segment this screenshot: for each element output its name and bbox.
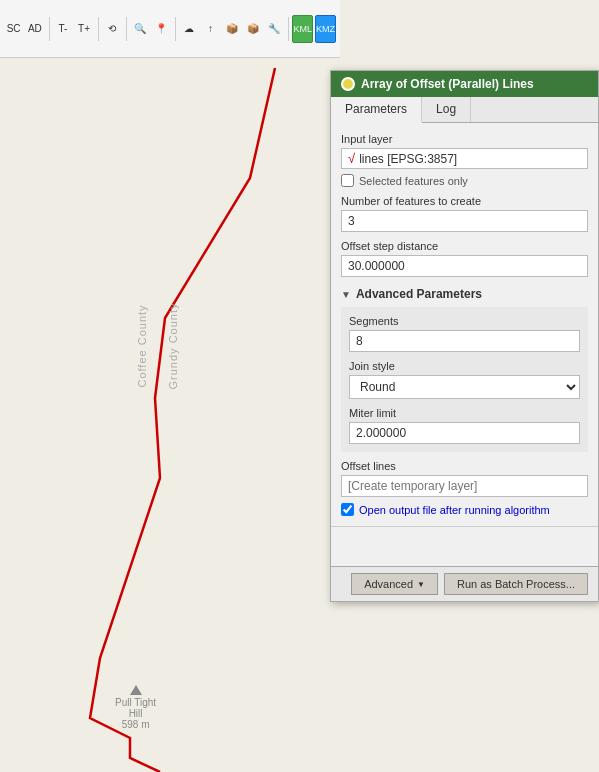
toolbar-sep-2 (98, 17, 99, 41)
offset-distance-label: Offset step distance (341, 240, 588, 252)
join-style-select[interactable]: Round Miter Bevel (349, 375, 580, 399)
run-batch-button-label: Run as Batch Process... (457, 578, 575, 590)
dialog-bottom-spacer (331, 526, 598, 566)
toolbar-sep-5 (288, 17, 289, 41)
advanced-button[interactable]: Advanced ▼ (351, 573, 438, 595)
toolbar-cloud-btn[interactable]: ☁ (179, 15, 198, 43)
selected-features-checkbox[interactable] (341, 174, 354, 187)
toolbar-upload-btn[interactable]: ↑ (201, 15, 220, 43)
toolbar-sep-3 (126, 17, 127, 41)
open-output-row: Open output file after running algorithm (341, 503, 588, 516)
toolbar-box1-btn[interactable]: 📦 (222, 15, 241, 43)
toolbar-sep-1 (49, 17, 50, 41)
advanced-section-label: Advanced Parameters (356, 287, 482, 301)
toolbar-sc-btn[interactable]: SC (4, 15, 23, 43)
coffee-county-label: Coffee County (136, 304, 148, 387)
layer-icon: √ (348, 151, 355, 166)
selected-features-row: Selected features only (341, 174, 588, 187)
tab-parameters[interactable]: Parameters (331, 97, 422, 123)
input-layer-field[interactable]: √ lines [EPSG:3857] (341, 148, 588, 169)
advanced-section-header[interactable]: ▼ Advanced Parameters (341, 287, 588, 301)
dialog-titlebar: Array of Offset (Parallel) Lines (331, 71, 598, 97)
toolbar-box2-btn[interactable]: 📦 (243, 15, 262, 43)
input-layer-label: Input layer (341, 133, 588, 145)
toolbar-pin-btn[interactable]: 📍 (152, 15, 171, 43)
map-svg (0, 58, 340, 772)
toolbar-tplus-btn[interactable]: T+ (74, 15, 93, 43)
join-style-label: Join style (349, 360, 580, 372)
advanced-dropdown-icon: ▼ (417, 580, 425, 589)
section-arrow-icon: ▼ (341, 289, 351, 300)
dialog-tabs: Parameters Log (331, 97, 598, 123)
num-features-label: Number of features to create (341, 195, 588, 207)
miter-limit-label: Miter limit (349, 407, 580, 419)
selected-features-label: Selected features only (359, 175, 468, 187)
input-layer-value: lines [EPSG:3857] (359, 152, 457, 166)
open-output-label: Open output file after running algorithm (359, 504, 550, 516)
advanced-button-label: Advanced (364, 578, 413, 590)
toolbar-sep-4 (175, 17, 176, 41)
segments-label: Segments (349, 315, 580, 327)
toolbar-kmz-btn[interactable]: KMZ (315, 15, 336, 43)
toolbar-tminus-btn[interactable]: T- (53, 15, 72, 43)
hill-triangle-icon (130, 685, 142, 695)
miter-limit-input[interactable] (349, 422, 580, 444)
map-area: SC AD T- T+ ⟲ 🔍 📍 ☁ ↑ 📦 📦 🔧 KML KMZ Coff… (0, 0, 340, 772)
toolbar-tools-btn[interactable]: 🔧 (265, 15, 284, 43)
num-features-input[interactable] (341, 210, 588, 232)
dialog-footer: Advanced ▼ Run as Batch Process... (331, 566, 598, 601)
offset-lines-input[interactable] (341, 475, 588, 497)
dialog-title: Array of Offset (Parallel) Lines (361, 77, 534, 91)
dialog-body: Input layer √ lines [EPSG:3857] Selected… (331, 123, 598, 526)
open-output-checkbox[interactable] (341, 503, 354, 516)
toolbar-kml-btn[interactable]: KML (292, 15, 313, 43)
run-batch-button[interactable]: Run as Batch Process... (444, 573, 588, 595)
toolbar: SC AD T- T+ ⟲ 🔍 📍 ☁ ↑ 📦 📦 🔧 KML KMZ (0, 0, 340, 58)
offset-distance-input[interactable] (341, 255, 588, 277)
advanced-section-body: Segments Join style Round Miter Bevel Mi… (341, 307, 588, 452)
tab-log[interactable]: Log (422, 97, 471, 122)
grundy-county-label: Grundy County (167, 303, 179, 390)
hill-elevation: 598 m (115, 719, 156, 730)
toolbar-ad-btn[interactable]: AD (25, 15, 44, 43)
segments-input[interactable] (349, 330, 580, 352)
offset-lines-label: Offset lines (341, 460, 588, 472)
toolbar-undo-btn[interactable]: ⟲ (102, 15, 121, 43)
toolbar-search-btn[interactable]: 🔍 (130, 15, 149, 43)
dialog-panel: Array of Offset (Parallel) Lines Paramet… (330, 70, 599, 602)
hill-label: Pull Tight Hill 598 m (115, 685, 156, 730)
hill-name: Pull Tight Hill (115, 697, 156, 719)
q-icon (341, 77, 355, 91)
